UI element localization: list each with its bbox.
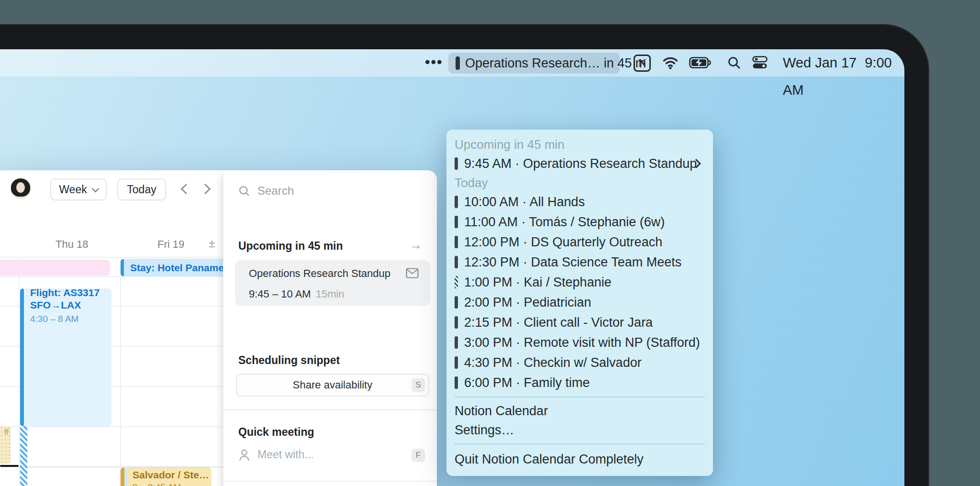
menu-item-quit[interactable]: Quit Notion Calendar Completely — [446, 448, 713, 470]
event-color-bar-icon — [455, 196, 458, 208]
dropdown-today-header: Today — [446, 174, 713, 192]
event-label: 11:00 AM · Tomás / Stephanie (6w) — [464, 215, 665, 230]
status-item-label: Operations Research… in 45 m — [465, 56, 646, 71]
column-line — [19, 257, 20, 486]
event-title: Stay: Hotel Panamer — [130, 262, 223, 274]
grid-line — [0, 426, 223, 427]
quick-meeting-header: Quick meeting — [238, 426, 314, 439]
arrow-right-icon[interactable]: → — [409, 238, 422, 253]
meet-with-input[interactable]: Meet with... — [238, 448, 314, 461]
search-placeholder: Search — [257, 184, 294, 198]
allday-expand-toggle[interactable]: ± — [209, 237, 215, 250]
event-label: 12:30 PM · Data Science Team Meets — [464, 255, 681, 270]
event-label: 2:15 PM · Client call - Victor Jara — [464, 315, 653, 330]
event-label: 1:00 PM · Kai / Stephanie — [464, 275, 612, 290]
event-color-bar-icon — [455, 216, 458, 228]
event-label: 9:45 AM · Operations Research Standup — [464, 156, 697, 171]
allday-event-pink[interactable] — [0, 260, 110, 276]
menu-item-settings[interactable]: Settings… — [446, 420, 713, 440]
event-time: 9 – 9:45 AM — [133, 482, 209, 486]
dropdown-event-item[interactable]: 1:00 PM · Kai / Stephanie — [446, 272, 713, 292]
control-center-icon — [752, 56, 768, 69]
side-panel: Search Upcoming in 45 min → Operations R… — [223, 170, 437, 486]
allday-event-stay[interactable]: Stay: Hotel Panamer — [121, 259, 223, 276]
event-label: 2:00 PM · Pediatrician — [464, 295, 591, 310]
avatar[interactable] — [11, 178, 31, 199]
event-salvador[interactable]: Salvador / Ste… 9 – 9:45 AM — [121, 467, 212, 486]
event-color-bar-icon — [455, 316, 458, 329]
dropdown-event-item[interactable]: 6:00 PM · Family time — [446, 373, 713, 393]
view-switcher-label: Week — [59, 183, 87, 196]
day-header-thu: Thu 18 — [56, 238, 89, 251]
event-color-bar-icon — [455, 157, 458, 170]
search-icon — [727, 56, 741, 69]
event-hatched-thu[interactable] — [20, 426, 27, 486]
dropdown-event-item[interactable]: 2:00 PM · Pediatrician — [446, 292, 713, 312]
event-flight[interactable]: Flight: AS3317 SFO→LAX 4:30 – 8 AM — [20, 288, 111, 426]
event-label: 3:00 PM · Remote visit with NP (Stafford… — [464, 335, 700, 350]
upcoming-event-card[interactable]: Operations Research Standup 9:45 – 10 AM… — [235, 260, 430, 306]
event-title-line2: SFO→LAX — [30, 299, 100, 311]
menu-bar-clock[interactable]: Wed Jan 179:00 AM — [783, 49, 904, 77]
divider — [223, 409, 437, 410]
dropdown-event-item[interactable]: 11:00 AM · Tomás / Stephanie (6w) — [446, 212, 713, 232]
event-label: 4:30 PM · Checkin w/ Salvador — [464, 355, 642, 370]
notion-calendar-window: Week Today Thu 18 Fri 19 ± — [0, 170, 437, 486]
current-time-indicator — [0, 465, 19, 467]
dropdown-event-item[interactable]: 10:00 AM · All Hands — [446, 192, 713, 212]
dropdown-event-item[interactable]: 2:15 PM · Client call - Victor Jara — [446, 312, 713, 332]
event-duration: 15min — [316, 288, 345, 300]
dropdown-upcoming-item[interactable]: 9:45 AM · Operations Research Standup — [446, 154, 713, 174]
dropdown-event-item[interactable]: 12:00 PM · DS Quarterly Outreach — [446, 232, 713, 252]
scheduling-snippet-header: Scheduling snippet — [238, 354, 340, 367]
notion-menu-item[interactable]: N — [634, 55, 651, 72]
meet-with-placeholder: Meet with... — [257, 448, 314, 461]
event-time: 9:45 – 10 AM — [249, 288, 311, 300]
battery-menu-item[interactable] — [689, 57, 711, 70]
control-center-menu-item[interactable] — [752, 56, 768, 71]
divider — [455, 443, 705, 444]
notion-calendar-status-item[interactable]: Operations Research… in 45 m — [448, 53, 620, 74]
search-icon — [238, 185, 250, 197]
envelope-icon[interactable] — [406, 268, 419, 280]
search-input[interactable]: Search — [238, 184, 294, 198]
dropdown-event-item[interactable]: 4:30 PM · Checkin w/ Salvador — [446, 353, 713, 373]
upcoming-header: Upcoming in 45 min — [238, 240, 343, 253]
prev-week-button[interactable] — [181, 184, 192, 195]
chevron-down-icon — [91, 185, 99, 192]
share-availability-button[interactable]: Share availability — [236, 374, 429, 397]
key-badge-f: F — [412, 449, 425, 462]
key-badge-s: S — [412, 378, 425, 392]
next-week-button[interactable] — [200, 184, 211, 195]
dropdown-upcoming-header: Upcoming in 45 min — [446, 135, 713, 154]
divider — [223, 481, 437, 482]
event-label: 10:00 AM · All Hands — [464, 195, 585, 210]
person-icon — [238, 449, 250, 461]
dropdown-event-item[interactable]: 12:30 PM · Data Science Team Meets — [446, 252, 713, 272]
event-color-bar-icon — [121, 259, 124, 276]
view-switcher-button[interactable]: Week — [50, 178, 107, 200]
day-header-fri: Fri 19 — [157, 238, 184, 251]
event-fragment-yellow[interactable]: ff — [0, 426, 11, 464]
desktop-scene: ••• Operations Research… in 45 m N — [0, 0, 980, 486]
event-title: Operations Research Standup — [249, 267, 390, 280]
today-button-label: Today — [127, 183, 156, 196]
grid-line — [0, 257, 223, 258]
event-label: 6:00 PM · Family time — [464, 376, 590, 390]
wifi-icon — [662, 56, 679, 69]
event-title: Salvador / Ste… — [133, 469, 209, 481]
event-color-bar-icon — [455, 236, 458, 248]
menu-bar-overflow-item[interactable]: ••• — [425, 49, 443, 77]
event-title-line1: Flight: AS3317 — [30, 288, 100, 299]
column-line — [120, 257, 121, 486]
menu-bar: ••• Operations Research… in 45 m N — [0, 49, 904, 77]
menu-item-notion-calendar[interactable]: Notion Calendar — [446, 401, 713, 420]
today-button[interactable]: Today — [117, 178, 166, 200]
dropdown-event-item[interactable]: 3:00 PM · Remote visit with NP (Stafford… — [446, 332, 713, 353]
event-color-bar-icon — [455, 256, 458, 268]
event-bar-icon — [456, 56, 460, 70]
spotlight-menu-item[interactable] — [727, 56, 741, 71]
event-color-bar-icon — [455, 336, 458, 349]
event-color-bar-icon — [455, 296, 458, 309]
wifi-menu-item[interactable] — [662, 56, 679, 71]
